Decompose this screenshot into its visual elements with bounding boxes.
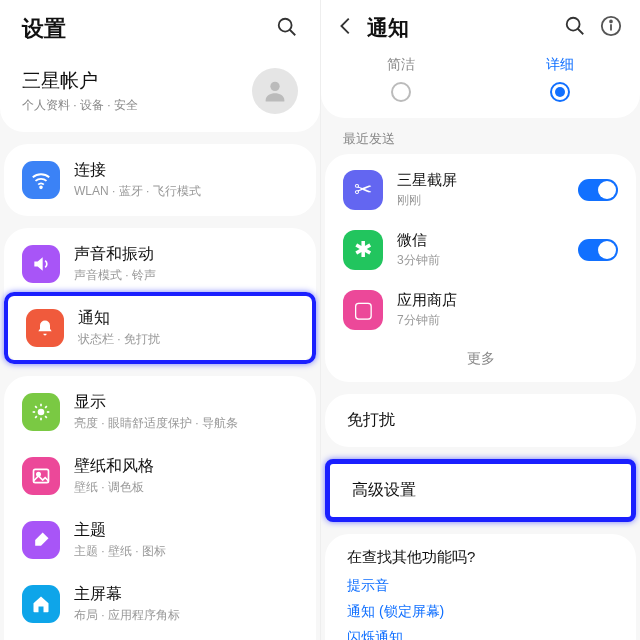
app-time: 7分钟前 — [397, 312, 457, 329]
row-title: 通知 — [78, 308, 160, 329]
style-simple-label: 简洁 — [321, 56, 481, 74]
avatar[interactable] — [252, 68, 298, 114]
dnd-row[interactable]: 免打扰 — [325, 394, 636, 447]
radio-icon — [391, 82, 411, 102]
wifi-icon — [22, 161, 60, 199]
app-time: 刚刚 — [397, 192, 457, 209]
settings-row-notify[interactable]: 通知状态栏 · 免打扰 — [4, 292, 316, 364]
more-button[interactable]: 更多 — [325, 340, 636, 382]
svg-point-20 — [610, 21, 612, 23]
brush-icon — [22, 521, 60, 559]
svg-line-11 — [35, 416, 37, 418]
search-icon[interactable] — [564, 15, 586, 41]
svg-rect-13 — [34, 469, 49, 482]
suggest-link[interactable]: 通知 (锁定屏幕) — [347, 603, 614, 621]
row-subtitle: 壁纸 · 调色板 — [74, 479, 154, 496]
row-title: 主屏幕 — [74, 584, 180, 605]
toggle[interactable] — [578, 239, 618, 261]
app-name: 应用商店 — [397, 291, 457, 310]
home-icon — [22, 585, 60, 623]
search-icon[interactable] — [276, 16, 298, 42]
app-time: 3分钟前 — [397, 252, 440, 269]
app-icon: ▢ — [343, 290, 383, 330]
style-detail[interactable]: 详细 — [481, 56, 641, 102]
app-row-store[interactable]: ▢应用商店7分钟前 — [325, 280, 636, 340]
advanced-settings-row[interactable]: 高级设置 — [330, 464, 631, 517]
app-row-capture[interactable]: ✂三星截屏刚刚 — [325, 160, 636, 220]
suggest-link[interactable]: 闪烁通知 — [347, 629, 614, 640]
app-icon: ✱ — [343, 230, 383, 270]
settings-row-theme[interactable]: 主题主题 · 壁纸 · 图标 — [4, 508, 316, 572]
page-title: 通知 — [367, 14, 564, 42]
suggest-link[interactable]: 提示音 — [347, 577, 614, 595]
row-subtitle: 声音模式 · 铃声 — [74, 267, 156, 284]
row-subtitle: 布局 · 应用程序角标 — [74, 607, 180, 624]
svg-line-9 — [35, 406, 37, 408]
sound-icon — [22, 245, 60, 283]
toggle[interactable] — [578, 179, 618, 201]
settings-row-wallpaper[interactable]: 壁纸和风格壁纸 · 调色板 — [4, 444, 316, 508]
style-detail-label: 详细 — [481, 56, 641, 74]
row-title: 主题 — [74, 520, 166, 541]
account-title: 三星帐户 — [22, 68, 138, 94]
svg-line-17 — [578, 29, 584, 35]
row-title: 声音和振动 — [74, 244, 156, 265]
suggestions-title: 在查找其他功能吗? — [347, 548, 614, 567]
recent-sent-title: 最近发送 — [321, 130, 640, 154]
row-subtitle: WLAN · 蓝牙 · 飞行模式 — [74, 183, 201, 200]
row-subtitle: 亮度 · 眼睛舒适度保护 · 导航条 — [74, 415, 238, 432]
svg-point-3 — [40, 186, 42, 188]
settings-row-sound[interactable]: 声音和振动声音模式 · 铃声 — [4, 232, 316, 296]
svg-line-10 — [45, 416, 47, 418]
app-icon: ✂ — [343, 170, 383, 210]
row-title: 连接 — [74, 160, 201, 181]
row-title: 壁纸和风格 — [74, 456, 154, 477]
settings-row-home[interactable]: 主屏幕布局 · 应用程序角标 — [4, 572, 316, 636]
svg-line-1 — [290, 30, 296, 36]
row-subtitle: 主题 · 壁纸 · 图标 — [74, 543, 166, 560]
sun-icon — [22, 393, 60, 431]
bell-icon — [26, 309, 64, 347]
svg-point-0 — [279, 19, 292, 32]
app-name: 微信 — [397, 231, 440, 250]
app-row-wechat[interactable]: ✱微信3分钟前 — [325, 220, 636, 280]
page-title: 设置 — [22, 14, 66, 44]
suggestions-card: 在查找其他功能吗? 提示音通知 (锁定屏幕)闪烁通知 — [325, 534, 636, 640]
radio-icon — [550, 82, 570, 102]
svg-point-16 — [567, 18, 580, 31]
back-icon[interactable] — [335, 15, 357, 41]
account-row[interactable]: 三星帐户 个人资料 · 设备 · 安全 — [0, 54, 320, 132]
settings-row-lock[interactable]: 锁定屏幕屏幕解锁类型 · 息屏提醒 — [4, 636, 316, 640]
info-icon[interactable] — [600, 15, 622, 41]
svg-point-4 — [38, 409, 45, 416]
svg-point-2 — [270, 82, 279, 91]
style-simple[interactable]: 简洁 — [321, 56, 481, 102]
style-selector: 简洁 详细 — [321, 52, 640, 118]
row-title: 显示 — [74, 392, 238, 413]
account-subtitle: 个人资料 · 设备 · 安全 — [22, 97, 138, 114]
row-subtitle: 状态栏 · 免打扰 — [78, 331, 160, 348]
svg-line-12 — [45, 406, 47, 408]
image-icon — [22, 457, 60, 495]
settings-row-display[interactable]: 显示亮度 · 眼睛舒适度保护 · 导航条 — [4, 380, 316, 444]
app-name: 三星截屏 — [397, 171, 457, 190]
settings-row-connections[interactable]: 连接WLAN · 蓝牙 · 飞行模式 — [4, 148, 316, 212]
